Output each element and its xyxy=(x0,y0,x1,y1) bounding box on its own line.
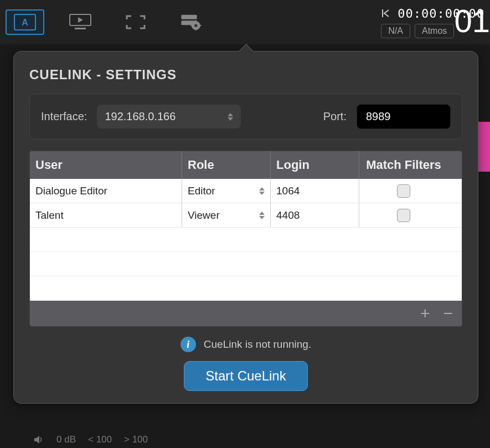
cell-user[interactable]: Talent xyxy=(30,203,182,227)
remove-row-button[interactable]: − xyxy=(443,305,453,322)
goto-start-icon[interactable] xyxy=(381,8,393,18)
users-table: User Role Login Match Filters Dialogue E… xyxy=(29,151,462,327)
footer-lt: < 100 xyxy=(88,434,112,445)
match-checkbox[interactable] xyxy=(397,184,410,198)
th-match: Match Filters xyxy=(359,151,448,179)
panel-title: CUELINK - SETTINGS xyxy=(29,67,462,83)
tab-play-icon[interactable] xyxy=(61,9,100,35)
footer-db: 0 dB xyxy=(56,434,76,445)
interface-value: 192.168.0.166 xyxy=(105,110,176,123)
big-number: 01 xyxy=(454,2,490,39)
interface-dropdown[interactable]: 192.168.0.166 xyxy=(97,105,241,128)
empty-row xyxy=(30,276,462,301)
table-header: User Role Login Match Filters xyxy=(30,151,462,179)
svg-rect-4 xyxy=(75,28,86,29)
stepper-icon xyxy=(259,212,265,219)
pill-atmos[interactable]: Atmos xyxy=(415,24,454,38)
th-user: User xyxy=(30,151,182,179)
tab-fullscreen-icon[interactable] xyxy=(116,9,155,35)
th-role: Role xyxy=(182,151,271,179)
table-footer: + − xyxy=(30,301,462,326)
network-config-row: Interface: 192.168.0.166 Port: xyxy=(29,94,462,140)
svg-rect-5 xyxy=(181,15,197,19)
port-input[interactable] xyxy=(357,104,451,129)
speaker-icon xyxy=(33,435,44,445)
cell-login[interactable]: 1064 xyxy=(271,179,359,203)
add-row-button[interactable]: + xyxy=(420,305,430,322)
table-row[interactable]: Talent Viewer 4408 xyxy=(30,203,462,228)
th-login: Login xyxy=(271,151,359,179)
status-text: CueLink is not running. xyxy=(204,338,311,351)
cell-match xyxy=(359,179,448,203)
empty-row xyxy=(30,252,462,276)
match-checkbox[interactable] xyxy=(397,209,410,222)
svg-marker-14 xyxy=(34,436,39,444)
empty-row xyxy=(30,228,462,252)
cell-login[interactable]: 4408 xyxy=(271,203,359,227)
start-cuelink-button[interactable]: Start CueLink xyxy=(184,361,307,391)
table-body: Dialogue Editor Editor 1064 Talent Viewe… xyxy=(30,179,462,301)
footer-bar: 0 dB < 100 > 100 xyxy=(0,431,490,448)
topbar: A 00:00:00:00 N/A Atmos 01 xyxy=(0,0,490,44)
svg-marker-3 xyxy=(78,17,83,23)
stepper-icon xyxy=(259,187,265,195)
footer-gt: > 100 xyxy=(124,434,148,445)
svg-point-8 xyxy=(194,24,197,27)
cuelink-settings-panel: CUELINK - SETTINGS Interface: 192.168.0.… xyxy=(13,51,478,404)
cell-role[interactable]: Editor xyxy=(182,179,271,203)
stepper-icon xyxy=(228,113,233,121)
info-icon: i xyxy=(180,337,196,352)
status-row: i CueLink is not running. xyxy=(29,337,462,352)
cell-user[interactable]: Dialogue Editor xyxy=(30,179,182,203)
tab-a-icon[interactable]: A xyxy=(6,9,44,35)
pill-na[interactable]: N/A xyxy=(381,24,410,38)
table-row[interactable]: Dialogue Editor Editor 1064 xyxy=(30,179,462,203)
tab-server-settings-icon[interactable] xyxy=(172,9,210,35)
svg-text:A: A xyxy=(22,18,28,27)
port-label: Port: xyxy=(323,110,347,123)
cell-role[interactable]: Viewer xyxy=(182,203,271,227)
interface-label: Interface: xyxy=(41,110,87,123)
cell-match xyxy=(359,203,448,227)
pink-track-strip xyxy=(477,122,490,172)
